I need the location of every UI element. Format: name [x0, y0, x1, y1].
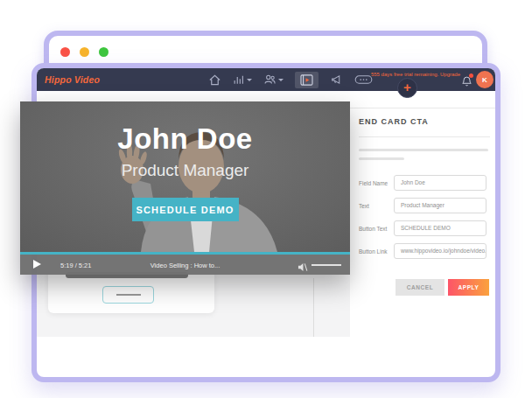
field-name-label: Field Name	[359, 180, 388, 186]
window-maximize-dot[interactable]	[99, 47, 108, 57]
notifications-bell-icon[interactable]	[461, 75, 472, 87]
field-name-row: Field Name John Doe	[359, 175, 486, 191]
page-divider	[313, 278, 314, 337]
skeleton-line	[359, 157, 404, 160]
button-text-label: Button Text	[359, 226, 387, 232]
field-name-input[interactable]: John Doe	[394, 175, 486, 191]
button-link-row: Button Link www.hippovideo.io/johndoe/vi…	[359, 243, 486, 259]
home-icon[interactable]	[208, 73, 221, 87]
dash-icon	[116, 294, 141, 296]
video-frame: John Doe Product Manager SCHEDULE DEMO	[20, 101, 350, 252]
campaigns-icon[interactable]	[330, 73, 343, 86]
end-card-name: John Doe	[20, 122, 350, 156]
trial-banner[interactable]: 555 days free trial remaining. Upgrade	[371, 72, 460, 77]
end-card-cta-button[interactable]: SCHEDULE DEMO	[132, 198, 239, 221]
end-card-title: Product Manager	[20, 161, 350, 180]
canvas: Hippo Video	[0, 0, 532, 398]
skeleton-line	[359, 149, 488, 151]
cancel-button[interactable]: CANCEL	[396, 279, 444, 296]
chevron-down-icon	[278, 79, 284, 81]
text-row: Text Product Manager	[359, 198, 486, 213]
analytics-icon[interactable]	[233, 73, 252, 86]
avatar[interactable]: K	[476, 71, 494, 88]
create-video-button[interactable]: +	[397, 78, 417, 98]
videos-icon[interactable]	[295, 72, 318, 88]
more-icon[interactable]	[354, 73, 373, 86]
volume-slider[interactable]	[312, 264, 341, 266]
panel-title: END CARD CTA	[359, 117, 429, 126]
button-link-label: Button Link	[359, 248, 388, 255]
chevron-down-icon	[247, 79, 252, 81]
end-card-cta-panel: END CARD CTA Field Name John Doe Text Pr…	[350, 91, 495, 337]
panel-divider	[359, 136, 490, 137]
background-outline-button[interactable]	[102, 286, 154, 304]
button-text-input[interactable]: SCHEDULE DEMO	[394, 220, 486, 236]
panel-top-divider	[350, 108, 495, 108]
window-close-dot[interactable]	[60, 47, 70, 57]
text-input[interactable]: Product Manager	[394, 198, 486, 213]
button-link-input[interactable]: www.hippovideo.io/johndoe/video....	[394, 243, 486, 259]
hippo-video-logo[interactable]: Hippo Video	[45, 74, 100, 85]
nav-icons	[208, 68, 373, 91]
volume-muted-icon[interactable]	[298, 260, 308, 276]
video-controls: 5:19 / 5:21 Video Selling : How to...	[20, 255, 350, 275]
app-navbar: Hippo Video	[37, 68, 495, 91]
text-label: Text	[359, 203, 369, 209]
button-text-row: Button Text SCHEDULE DEMO	[359, 220, 486, 236]
notification-badge	[469, 73, 473, 78]
apply-button[interactable]: APPLY	[448, 279, 489, 296]
contacts-icon[interactable]	[263, 73, 284, 86]
video-player[interactable]: John Doe Product Manager SCHEDULE DEMO 5…	[20, 101, 350, 275]
window-minimize-dot[interactable]	[80, 47, 89, 57]
